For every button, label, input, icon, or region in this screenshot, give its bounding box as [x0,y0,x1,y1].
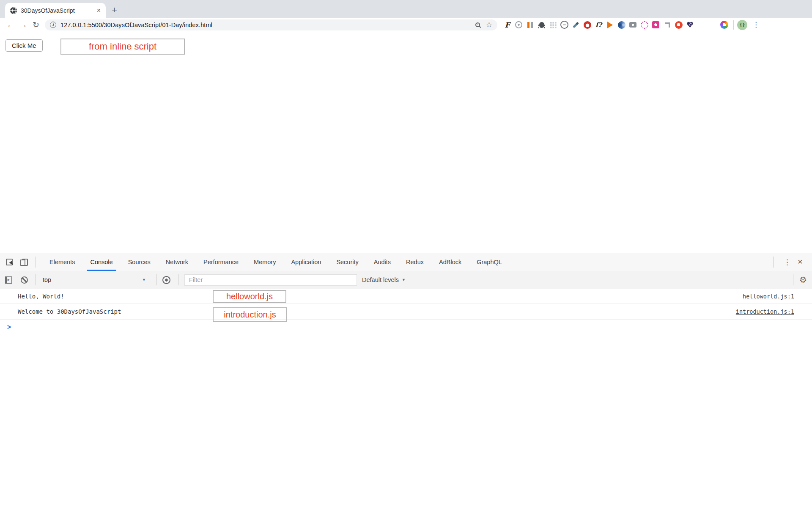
heart-search-extension-icon[interactable] [684,19,696,31]
devtools-tab-graphql[interactable]: GraphQL [477,253,502,271]
live-expression-eye-icon[interactable] [162,276,170,284]
browser-window: 30DaysOfJavaScript × + ← → ↻ i 127.0.0.1… [0,0,812,508]
color-wheel-extension-icon[interactable] [719,19,730,31]
page-content: Click Me from inline script [0,32,812,253]
tab-close-icon[interactable]: × [96,7,102,14]
devtools-separator [36,257,36,268]
log-levels-dropdown[interactable]: Default levels ▼ [362,276,406,283]
introduction-annotation-box: introduction.js [213,307,287,322]
globe-favicon-icon [10,7,17,14]
devtools-tab-performance[interactable]: Performance [203,253,239,271]
console-prompt[interactable]: > [0,320,812,334]
back-button[interactable]: ← [4,20,17,30]
eyedropper-extension-icon[interactable] [570,19,582,31]
console-toolbar-separator [156,274,156,285]
pause-bars-extension-icon[interactable] [524,19,536,31]
letter-g-extension-icon[interactable]: G [696,19,707,31]
reload-button[interactable]: ↻ [30,20,42,30]
megaphone-extension-icon[interactable] [604,19,616,31]
console-settings-gear-icon[interactable]: ⚙ [799,275,807,285]
console-source-link[interactable]: introduction.js:1 [736,308,794,315]
orbit-extension-icon[interactable] [513,19,524,31]
clear-console-icon[interactable] [21,276,28,284]
profile-avatar[interactable]: {} [737,20,747,30]
click-me-button[interactable]: Click Me [5,39,43,52]
inspect-element-icon[interactable] [6,259,13,265]
pink-gear-extension-icon[interactable] [650,19,661,31]
toolbar-separator [733,20,734,30]
zoom-icon[interactable] [475,22,480,27]
browser-toolbar: ← → ↻ i 127.0.0.1:5500/30DaysOfJavaScrip… [0,18,812,32]
console-toolbar: ▶ top ▼ Default levels ▼ ⚙ [0,271,812,289]
filter-input[interactable] [184,274,357,286]
console-toolbar-separator [793,274,793,285]
console-sidebar-toggle-icon[interactable]: ▶ [5,276,12,284]
device-toolbar-icon[interactable] [22,259,28,266]
url-bar[interactable]: i 127.0.0.1:5500/30DaysOfJavaScript/01-D… [45,19,497,30]
new-tab-button[interactable]: + [112,5,117,16]
bug-extension-icon[interactable] [536,19,547,31]
console-output: Hello, World! helloworld.js:1 Welcome to… [0,289,812,508]
tab-strip: 30DaysOfJavaScript × + [0,0,812,18]
devtools-tab-console[interactable]: Console [90,253,112,271]
devtools-separator [773,257,774,268]
corner-arrow-extension-icon[interactable] [661,19,673,31]
devtools-tab-sources[interactable]: Sources [128,253,151,271]
inline-script-annotation-box: from inline script [60,39,185,55]
console-message-row: Welcome to 30DaysOfJavaScript introducti… [0,304,812,320]
letter-w-extension-icon[interactable]: W [707,19,719,31]
devtools-tab-memory[interactable]: Memory [254,253,276,271]
log-levels-label: Default levels [362,276,399,283]
devtools-tab-audits[interactable]: Audits [374,253,391,271]
console-message-text: Welcome to 30DaysOfJavaScript [18,308,121,315]
grid-pattern-extension-icon[interactable] [547,19,559,31]
forward-button[interactable]: → [17,20,30,30]
context-label: top [43,276,51,283]
browser-menu-icon[interactable]: ⋮ [752,20,760,29]
tab-title: 30DaysOfJavaScript [21,7,92,14]
extensions-bar: F–f?GW [502,19,730,31]
console-source-link[interactable]: helloworld.js:1 [743,293,794,300]
prompt-chevron-icon: > [7,322,11,331]
console-toolbar-separator [36,274,36,285]
f-question-extension-icon[interactable]: f? [593,19,604,31]
devtools-tab-security[interactable]: Security [336,253,358,271]
console-toolbar-separator [178,274,178,285]
site-info-icon[interactable]: i [50,22,56,28]
record-stop-extension-icon[interactable] [673,19,684,31]
chevron-down-icon: ▼ [142,278,146,282]
pink-atom-extension-icon[interactable] [639,19,650,31]
script-f-extension-icon[interactable]: F [502,19,513,31]
swirl-extension-icon[interactable] [616,19,627,31]
devtools-panel: Elements Console Sources Network Perform… [0,253,812,508]
devtools-tab-adblock[interactable]: AdBlock [439,253,461,271]
devtools-tab-application[interactable]: Application [291,253,321,271]
chevron-down-icon: ▼ [402,278,406,282]
helloworld-annotation-box: helloworld.js [213,290,286,303]
console-message-text: Hello, World! [18,293,64,300]
camera-extension-icon[interactable] [627,19,639,31]
console-message-row: Hello, World! helloworld.js:1 [0,289,812,304]
devtools-tab-redux[interactable]: Redux [406,253,424,271]
json-viewer-extension-icon[interactable]: – [559,19,570,31]
url-text: 127.0.0.1:5500/30DaysOfJavaScript/01-Day… [60,22,471,28]
stop-hand-extension-icon[interactable] [582,19,593,31]
devtools-menu-icon[interactable]: ⋮ [779,258,795,267]
javascript-context-selector[interactable]: top ▼ [42,276,148,283]
devtools-tab-elements[interactable]: Elements [49,253,75,271]
devtools-tab-bar: Elements Console Sources Network Perform… [0,253,812,271]
devtools-close-icon[interactable]: × [795,257,805,268]
bookmark-star-icon[interactable]: ☆ [486,20,492,29]
browser-tab[interactable]: 30DaysOfJavaScript × [5,3,106,18]
devtools-tab-network[interactable]: Network [166,253,188,271]
